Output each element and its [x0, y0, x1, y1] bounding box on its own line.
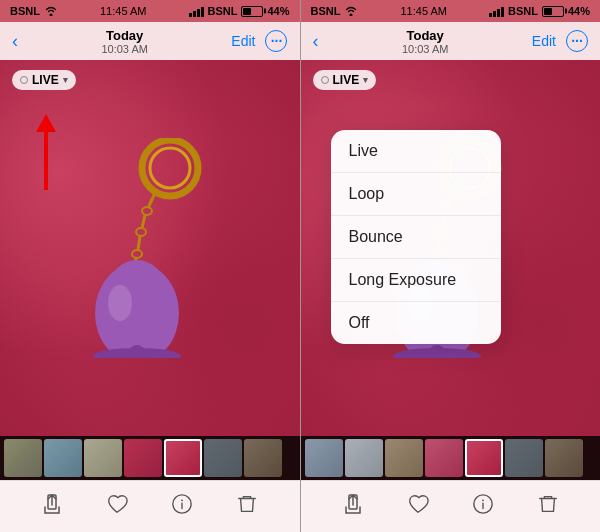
info-button-right[interactable]: [472, 493, 494, 521]
live-badge-right[interactable]: LIVE ▾: [313, 70, 377, 90]
status-bar-right: BSNL 11:45 AM BSNL 44%: [301, 0, 601, 22]
carrier-right-left: BSNL: [208, 5, 238, 17]
back-button-left[interactable]: ‹: [12, 31, 18, 52]
battery-fill-left: [243, 8, 251, 15]
wifi-icon-left: [44, 5, 58, 18]
bar1: [189, 13, 192, 17]
share-button-right[interactable]: [342, 493, 364, 521]
menu-item-live[interactable]: Live: [331, 130, 501, 173]
info-button-left[interactable]: [171, 493, 193, 521]
share-button-left[interactable]: [41, 493, 63, 521]
menu-item-loop[interactable]: Loop: [331, 173, 501, 216]
heart-button-right[interactable]: [407, 493, 429, 521]
bell-keychain-svg-left: [60, 138, 240, 358]
live-chevron-left: ▾: [63, 75, 68, 85]
battery-right: [542, 6, 564, 17]
bar2: [193, 11, 196, 17]
edit-button-left[interactable]: Edit: [231, 33, 255, 49]
live-label-right: LIVE: [333, 73, 360, 87]
nav-title-left: Today 10:03 AM: [101, 28, 147, 55]
svg-point-39: [482, 499, 484, 501]
rthumb-7[interactable]: [545, 439, 583, 477]
nav-actions-left: Edit ···: [231, 30, 287, 52]
live-chevron-right: ▾: [363, 75, 368, 85]
bar4: [201, 7, 204, 17]
photo-area-left: LIVE ▾: [0, 60, 300, 436]
live-dot-right: [321, 76, 329, 84]
svg-line-4: [142, 215, 145, 228]
battery-pct-right: 44%: [568, 5, 590, 17]
nav-bar-right: ‹ Today 10:03 AM Edit ···: [301, 22, 601, 60]
rbar4: [501, 7, 504, 17]
rthumb-3[interactable]: [385, 439, 423, 477]
bottom-toolbar-right: [301, 480, 601, 532]
menu-bounce-label: Bounce: [349, 228, 403, 246]
rthumb-4[interactable]: [425, 439, 463, 477]
rbar1: [489, 13, 492, 17]
trash-button-left[interactable]: [236, 493, 258, 521]
battery-fill-right: [544, 8, 552, 15]
nav-title-right: Today 10:03 AM: [402, 28, 448, 55]
rbar3: [497, 9, 500, 17]
bar3: [197, 9, 200, 17]
status-time-right: 11:45 AM: [400, 5, 446, 17]
thumb-7[interactable]: [244, 439, 282, 477]
rthumb-5-active[interactable]: [465, 439, 503, 477]
more-button-right[interactable]: ···: [566, 30, 588, 52]
rthumb-1[interactable]: [305, 439, 343, 477]
svg-point-5: [136, 228, 146, 236]
svg-point-13: [108, 285, 132, 321]
battery-left: [241, 6, 263, 17]
live-dropdown-menu: Live Loop Bounce Long Exposure Off: [331, 130, 501, 344]
status-left: BSNL: [10, 5, 58, 18]
svg-point-3: [142, 207, 152, 215]
svg-point-7: [132, 250, 142, 258]
thumb-2[interactable]: [44, 439, 82, 477]
nav-actions-right: Edit ···: [532, 30, 588, 52]
status-bar-left: BSNL 11:45 AM BSNL 44%: [0, 0, 300, 22]
red-arrow: [30, 110, 62, 204]
svg-point-1: [150, 148, 190, 188]
live-label-left: LIVE: [32, 73, 59, 87]
right-panel: BSNL 11:45 AM BSNL 44% ‹ Today 10:03 AM: [301, 0, 601, 532]
bottom-toolbar-left: [0, 480, 300, 532]
back-button-right[interactable]: ‹: [313, 31, 319, 52]
menu-item-long-exposure[interactable]: Long Exposure: [331, 259, 501, 302]
thumb-1[interactable]: [4, 439, 42, 477]
thumbnail-strip-left: [0, 436, 300, 480]
menu-long-exposure-label: Long Exposure: [349, 271, 457, 289]
signal-bars-right: [489, 5, 504, 17]
carrier-right: BSNL: [311, 5, 341, 17]
nav-bar-left: ‹ Today 10:03 AM Edit ···: [0, 22, 300, 60]
menu-loop-label: Loop: [349, 185, 385, 203]
rthumb-6[interactable]: [505, 439, 543, 477]
trash-button-right[interactable]: [537, 493, 559, 521]
menu-item-off[interactable]: Off: [331, 302, 501, 344]
svg-line-6: [138, 236, 140, 250]
status-time-left: 11:45 AM: [100, 5, 146, 17]
rbar2: [493, 11, 496, 17]
carrier-right2: BSNL: [508, 5, 538, 17]
thumb-6[interactable]: [204, 439, 242, 477]
signal-bars-left: [189, 5, 204, 17]
live-badge-left[interactable]: LIVE ▾: [12, 70, 76, 90]
thumb-3[interactable]: [84, 439, 122, 477]
svg-line-2: [148, 193, 155, 208]
edit-button-right[interactable]: Edit: [532, 33, 556, 49]
battery-pct-left: 44%: [267, 5, 289, 17]
status-left-right: BSNL: [311, 5, 359, 18]
carrier-left: BSNL: [10, 5, 40, 17]
menu-off-label: Off: [349, 314, 370, 332]
wifi-icon-right: [344, 5, 358, 18]
status-right-left: BSNL 44%: [189, 5, 290, 17]
rthumb-2[interactable]: [345, 439, 383, 477]
heart-button-left[interactable]: [106, 493, 128, 521]
status-right-right: BSNL 44%: [489, 5, 590, 17]
menu-item-bounce[interactable]: Bounce: [331, 216, 501, 259]
thumb-5-active[interactable]: [164, 439, 202, 477]
thumb-4[interactable]: [124, 439, 162, 477]
more-button-left[interactable]: ···: [265, 30, 287, 52]
thumbnail-strip-right: [301, 436, 601, 480]
photo-area-right: LIVE ▾ Live Loop Bounce Long Exposure Of…: [301, 60, 601, 436]
svg-point-20: [181, 499, 183, 501]
